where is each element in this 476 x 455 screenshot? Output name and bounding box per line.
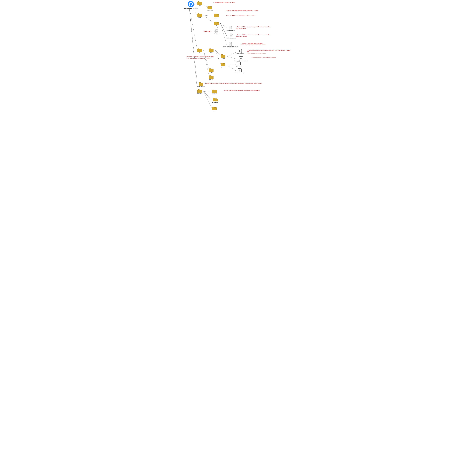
node-github: .github <box>197 13 202 18</box>
svg-text:{}: {} <box>239 69 241 71</box>
file-icon-iac-bicep <box>229 25 232 29</box>
svg-line-8 <box>220 24 227 45</box>
node-label-drone-delivery: drone-delivery <box>212 102 218 103</box>
folder-icon-actions <box>214 13 219 17</box>
node-label-iac: IaC <box>199 52 200 53</box>
node-workloads: workloads <box>197 89 202 94</box>
svg-line-7 <box>220 24 227 36</box>
annotation-azure-vote: ← Contains helm charts and other resourc… <box>223 90 260 91</box>
svg-line-22 <box>203 91 212 101</box>
svg-line-21 <box>203 91 212 92</box>
svg-line-11 <box>215 50 221 56</box>
svg-point-24 <box>188 1 194 7</box>
annotation-rg-hub: Corresponds to an Azure Resource Group a… <box>186 56 214 59</box>
file-icon-readme <box>215 29 218 33</box>
node-drone-delivery: drone-delivery <box>212 98 218 103</box>
annotation-hub-default-bicep: ← bicep file referring to the appropriat… <box>247 49 291 54</box>
svg-line-23 <box>203 91 212 109</box>
folder-icon-iac <box>197 48 202 52</box>
folder-icon-workflows <box>214 21 219 25</box>
svg-line-5 <box>220 24 227 28</box>
folder-icon-drone-delivery <box>213 98 218 101</box>
node-attachments: .attachments <box>207 6 213 11</box>
annotation-shared-services: ← Contains helm charts and other resourc… <box>204 83 262 84</box>
folder-icon-rg-spoke <box>221 63 225 66</box>
node-hub-default-bicep: {} hub-default.bicep <box>236 49 244 54</box>
svg-text:{}: {} <box>240 57 242 59</box>
node-label-workloads: workloads <box>197 93 202 94</box>
annotation-iac-terraform: ← Customized GitHub workflow to deploy a… <box>236 34 270 37</box>
node-label-attachments: .attachments <box>207 9 213 11</box>
node-rg-spoke: rg-spoke <box>221 63 225 68</box>
node-docs: docs <box>197 1 202 6</box>
annotation-iac-bicep: ← Customized GitHub workflow to deploy a… <box>236 26 270 29</box>
node-rg-hub: rg-hub <box>221 54 225 59</box>
node-workflows: workflows <box>214 21 219 26</box>
node-app-azure-vote: app-azureVote-helmRunCmd.yml <box>223 42 238 47</box>
svg-line-4 <box>203 15 214 24</box>
root-node: AKS Automation repository <box>184 1 198 9</box>
svg-line-3 <box>203 15 214 16</box>
folder-icon-shared-services <box>199 82 203 86</box>
node-label-spoke-bicep: spoke.bicep <box>236 65 241 66</box>
node-azure-vote: azure-vote <box>212 89 217 94</box>
node-label-terraform: terraform <box>209 79 213 80</box>
svg-text:{}: {} <box>238 62 239 65</box>
node-label-hub-default-bicep: hub-default.bicep <box>236 53 244 54</box>
folder-icon-ellipsis <box>212 106 217 110</box>
annotation-this-document: This document → <box>203 31 212 32</box>
svg-line-14 <box>215 50 221 65</box>
folder-icon-docs <box>197 1 202 5</box>
bicep-icon-spoke: {} <box>237 62 241 65</box>
node-label-actions: actions <box>215 17 218 18</box>
node-iac: IaC <box>197 48 202 53</box>
node-actions: actions <box>214 13 219 18</box>
folder-icon-github <box>197 13 202 17</box>
folder-icon-attachments <box>208 6 212 9</box>
node-label-iac-bicep-yml: IaC-bicep-aks.yml <box>226 30 235 31</box>
node-spoke-params: {} spoke.parameters.json <box>234 68 245 73</box>
node-label-azure-vote: azure-vote <box>212 93 217 94</box>
node-label-readme: Readme.md <box>214 33 220 35</box>
annotation-docs: ← Contains all the documentation in .md … <box>213 2 235 3</box>
node-label-docs: docs <box>199 5 201 6</box>
node-spoke-bicep: {} spoke.bicep <box>236 62 241 66</box>
svg-line-20 <box>189 6 197 91</box>
node-label-workflows: workflows <box>214 25 219 26</box>
node-label-bicep: bicep <box>210 52 212 53</box>
folder-icon-rg-hub <box>221 54 225 58</box>
node-label-github: .github <box>198 17 201 18</box>
svg-line-17 <box>203 50 209 70</box>
node-readme: Readme.md <box>214 29 220 35</box>
node-label-rg-spoke: rg-spoke <box>221 66 225 68</box>
node-label-iac-terraform-yml: IaC-terraform-aks.yml <box>226 38 236 39</box>
folder-icon-azure-vote <box>212 89 217 93</box>
node-label-rg-hub: rg-hub <box>222 58 225 59</box>
bicep-icon-spoke-params: {} <box>238 68 242 72</box>
svg-line-19 <box>189 6 197 84</box>
bicep-icon-hub-default: {} <box>238 49 242 53</box>
node-label-spoke-params: spoke.parameters.json <box>234 72 245 73</box>
bicep-icon-hub-params: {} <box>239 56 243 60</box>
github-logo <box>188 1 194 8</box>
folder-icon-terraform <box>209 75 214 79</box>
node-terraform: terraform <box>209 75 214 80</box>
root-label: AKS Automation repository <box>184 8 198 9</box>
node-hub-default-params: {} Hub-default.parameters.json <box>234 56 248 61</box>
folder-icon-workloads <box>197 89 202 93</box>
annotation-github-workflows: ← Contains reusable GitHub workflows for… <box>225 10 258 11</box>
file-icon-app-azure-vote <box>229 42 232 46</box>
node-label-scripts: scripts <box>210 72 213 73</box>
file-icon-iac-terraform <box>230 33 233 37</box>
svg-line-18 <box>203 50 209 77</box>
node-iac-terraform-yml: IaC-terraform-aks.yml <box>226 33 236 39</box>
node-label-hub-default-params: Hub-default.parameters.json <box>234 60 248 61</box>
svg-line-15 <box>227 65 236 65</box>
folder-icon-scripts <box>209 68 214 72</box>
diagram-container: AKS Automation repository docs .attachme… <box>181 0 295 113</box>
annotation-hub-params: ← customized parameters passed to the bi… <box>250 57 276 58</box>
node-iac-bicep-yml: IaC-bicep-aks.yml <box>226 25 235 31</box>
node-label-ellipsis: ..... <box>214 110 215 112</box>
annotation-app-azure-vote: ← Customized GitHub workflow to deploy a… <box>241 43 266 46</box>
node-ellipsis: ..... <box>212 106 217 112</box>
